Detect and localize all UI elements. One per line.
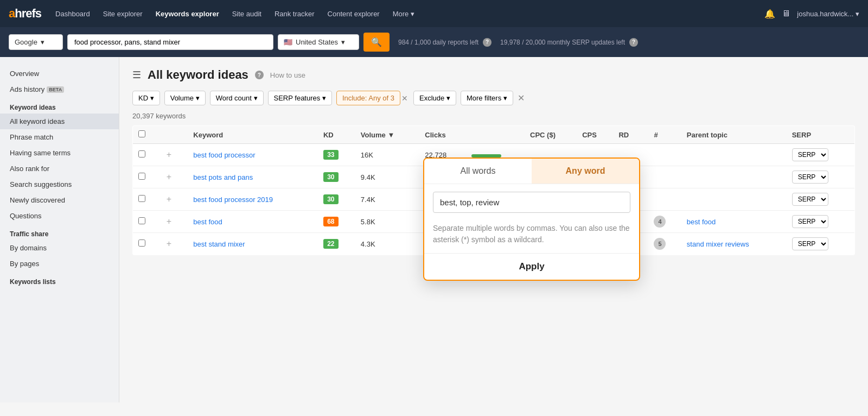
bell-icon[interactable]: 🔔 <box>764 9 775 19</box>
col-serp[interactable]: SERP <box>787 126 855 144</box>
search-input[interactable] <box>67 34 273 50</box>
nav-site-audit[interactable]: Site audit <box>227 7 267 21</box>
row-checkbox-cell[interactable] <box>133 144 159 166</box>
col-cpc[interactable]: CPC ($) <box>525 126 577 144</box>
row-volume-cell: 4.3K <box>355 233 420 255</box>
nav-site-explorer[interactable]: Site explorer <box>98 7 148 21</box>
also-rank-for-label: Also rank for <box>10 165 49 173</box>
sidebar-item-having-same-terms[interactable]: Having same terms <box>0 145 119 161</box>
engine-label: Google <box>15 38 37 46</box>
nav-more[interactable]: More ▾ <box>387 7 420 21</box>
col-volume[interactable]: Volume ▼ <box>355 126 420 144</box>
row-kd-cell: 22 <box>318 233 355 255</box>
row-add-cell[interactable]: + <box>159 144 188 166</box>
col-num[interactable]: # <box>648 126 681 144</box>
row-add-button[interactable]: + <box>164 194 174 204</box>
user-menu[interactable]: joshua.hardwick... ▾ <box>797 10 859 18</box>
row-serp-cell[interactable]: SERP <box>787 166 855 188</box>
parent-topic-link[interactable]: best food <box>687 218 716 226</box>
country-select[interactable]: 🇺🇸 United States ▾ <box>278 34 359 50</box>
col-parent-topic[interactable]: Parent topic <box>681 126 787 144</box>
search-button[interactable]: 🔍 <box>363 33 390 52</box>
search-engine-select[interactable]: Google ▾ <box>9 34 63 50</box>
monthly-quota-help-icon[interactable]: ? <box>629 38 638 47</box>
word-count-filter-button[interactable]: Word count ▾ <box>210 91 264 105</box>
col-rd[interactable]: RD <box>613 126 648 144</box>
row-checkbox-cell[interactable] <box>133 188 159 211</box>
row-add-cell[interactable]: + <box>159 233 188 255</box>
exclude-filter-button[interactable]: Exclude ▾ <box>413 91 456 105</box>
row-checkbox-cell[interactable] <box>133 166 159 188</box>
row-checkbox[interactable] <box>138 217 145 224</box>
more-filters-button[interactable]: More filters ▾ <box>461 91 513 105</box>
all-keyword-ideas-label: All keyword ideas <box>10 117 65 125</box>
logo[interactable]: ahrefs <box>9 7 41 21</box>
keyword-link[interactable]: best stand mixer <box>193 240 245 248</box>
nav-dashboard[interactable]: Dashboard <box>50 7 95 21</box>
row-serp-cell[interactable]: SERP <box>787 211 855 233</box>
row-serp-cell[interactable]: SERP <box>787 144 855 166</box>
sidebar-item-newly-discovered[interactable]: Newly discovered <box>0 192 119 208</box>
kd-filter-button[interactable]: KD ▾ <box>132 91 160 105</box>
row-checkbox-cell[interactable] <box>133 211 159 233</box>
row-serp-cell[interactable]: SERP <box>787 233 855 255</box>
keyword-link[interactable]: best food processor 2019 <box>193 196 273 204</box>
row-add-button[interactable]: + <box>164 172 174 181</box>
sidebar-item-phrase-match[interactable]: Phrase match <box>0 129 119 145</box>
sidebar-item-by-pages[interactable]: By pages <box>0 256 119 272</box>
serp-select[interactable]: SERP <box>792 237 828 250</box>
title-help-icon[interactable]: ? <box>255 71 264 79</box>
row-checkbox[interactable] <box>138 173 145 180</box>
row-add-cell[interactable]: + <box>159 188 188 211</box>
row-checkbox[interactable] <box>138 195 145 202</box>
any-word-tab[interactable]: Any word <box>532 159 639 184</box>
row-parent-topic-cell <box>681 144 787 166</box>
col-kd[interactable]: KD <box>318 126 355 144</box>
sidebar-section-traffic-share: Traffic share <box>0 224 119 240</box>
sidebar-item-all-keyword-ideas[interactable]: All keyword ideas <box>0 114 119 129</box>
include-filter-button[interactable]: Include: Any of 3 <box>336 91 400 105</box>
all-words-tab[interactable]: All words <box>424 159 532 184</box>
row-add-button[interactable]: + <box>164 217 174 226</box>
monitor-icon[interactable]: 🖥 <box>782 9 790 18</box>
serp-select[interactable]: SERP <box>792 215 828 228</box>
sidebar-item-search-suggestions[interactable]: Search suggestions <box>0 177 119 192</box>
serp-features-filter-button[interactable]: SERP features ▾ <box>268 91 332 105</box>
how-to-use-link[interactable]: How to use <box>270 71 305 79</box>
volume-filter-button[interactable]: Volume ▾ <box>164 91 206 105</box>
sidebar-item-by-domains[interactable]: By domains <box>0 240 119 256</box>
serp-select[interactable]: SERP <box>792 171 828 184</box>
popup-apply-button[interactable]: Apply <box>424 253 639 280</box>
row-add-button[interactable]: + <box>164 239 174 248</box>
serp-select[interactable]: SERP <box>792 193 828 206</box>
nav-keywords-explorer[interactable]: Keywords explorer <box>150 7 225 21</box>
row-add-cell[interactable]: + <box>159 166 188 188</box>
parent-topic-link[interactable]: stand mixer reviews <box>687 240 749 248</box>
row-add-button[interactable]: + <box>164 150 174 159</box>
menu-icon[interactable]: ☰ <box>132 69 141 81</box>
serp-select[interactable]: SERP <box>792 148 828 161</box>
include-filter-close-button[interactable]: ✕ <box>400 94 409 103</box>
select-all-checkbox[interactable] <box>138 130 145 137</box>
daily-quota-help-icon[interactable]: ? <box>483 38 492 47</box>
col-keyword[interactable]: Keyword <box>188 126 318 144</box>
keyword-link[interactable]: best pots and pans <box>193 173 253 181</box>
sidebar-item-ads-history[interactable]: Ads history BETA <box>0 81 119 97</box>
row-checkbox[interactable] <box>138 150 145 157</box>
col-clicks[interactable]: Clicks <box>419 126 466 144</box>
sidebar-item-questions[interactable]: Questions <box>0 208 119 224</box>
sidebar-item-overview[interactable]: Overview <box>0 66 119 81</box>
keyword-link[interactable]: best food processor <box>193 151 255 159</box>
col-checkbox[interactable] <box>133 126 159 144</box>
clear-all-filters-button[interactable]: ✕ <box>518 93 525 103</box>
nav-rank-tracker[interactable]: Rank tracker <box>269 7 320 21</box>
nav-content-explorer[interactable]: Content explorer <box>322 7 385 21</box>
row-serp-cell[interactable]: SERP <box>787 188 855 211</box>
row-add-cell[interactable]: + <box>159 211 188 233</box>
popup-keywords-input[interactable] <box>433 192 630 213</box>
keyword-link[interactable]: best food <box>193 218 222 226</box>
col-cps[interactable]: CPS <box>577 126 613 144</box>
row-checkbox-cell[interactable] <box>133 233 159 255</box>
sidebar-item-also-rank-for[interactable]: Also rank for <box>0 161 119 177</box>
row-checkbox[interactable] <box>138 239 145 247</box>
